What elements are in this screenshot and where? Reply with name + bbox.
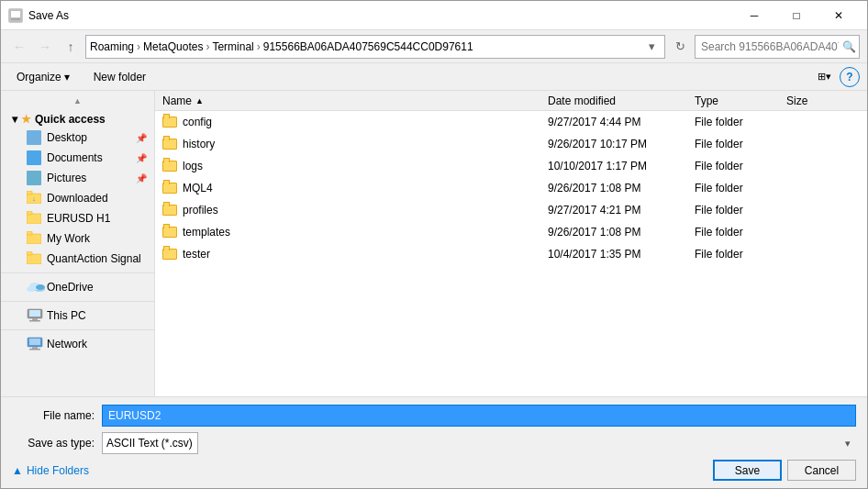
saveas-label: Save as type: bbox=[12, 437, 95, 450]
svg-rect-4 bbox=[27, 191, 32, 194]
desktop-icon bbox=[27, 130, 41, 145]
onedrive-icon bbox=[27, 280, 41, 295]
sidebar-divider-2 bbox=[1, 301, 154, 302]
filename-label: File name: bbox=[12, 409, 95, 422]
svg-rect-9 bbox=[27, 231, 32, 235]
address-toolbar: ← → ↑ Roaming › MetaQuotes › Terminal › … bbox=[1, 30, 867, 63]
svg-rect-7 bbox=[27, 211, 32, 215]
file-type-cell: File folder bbox=[695, 204, 786, 217]
svg-point-15 bbox=[36, 284, 45, 290]
breadcrumb-roaming: Roaming bbox=[90, 40, 134, 53]
svg-rect-22 bbox=[32, 347, 38, 349]
documents-icon bbox=[27, 150, 41, 165]
address-bar[interactable]: Roaming › MetaQuotes › Terminal › 915566… bbox=[85, 35, 665, 59]
address-dropdown-button[interactable]: ▾ bbox=[642, 36, 661, 58]
help-button[interactable]: ? bbox=[840, 67, 860, 87]
quantaction-folder-icon bbox=[27, 251, 41, 266]
toolbar-right: ⊞▾ ? bbox=[812, 67, 860, 87]
view-options-button[interactable]: ⊞▾ bbox=[812, 67, 836, 87]
sidebar-item-eurusd-label: EURUSD H1 bbox=[47, 212, 110, 225]
sidebar-item-mywork-label: My Work bbox=[47, 232, 90, 245]
minimize-button[interactable]: ─ bbox=[733, 1, 775, 30]
quick-access-chevron-icon: ▾ bbox=[12, 113, 17, 126]
view-icon: ⊞ bbox=[818, 71, 826, 83]
folder-icon bbox=[162, 117, 177, 128]
file-name-cell: history bbox=[162, 138, 548, 150]
quick-access-star-icon: ★ bbox=[21, 113, 31, 126]
column-size[interactable]: Size bbox=[786, 94, 860, 107]
sidebar-item-eurusd[interactable]: EURUSD H1 bbox=[1, 208, 154, 228]
sidebar-item-documents-label: Documents bbox=[47, 151, 103, 164]
close-button[interactable]: ✕ bbox=[818, 1, 860, 30]
main-content: ▲ ▾ ★ Quick access Desktop 📌 Documents 📌… bbox=[1, 91, 867, 396]
sidebar-item-thispc[interactable]: This PC bbox=[1, 306, 154, 326]
view-chevron-icon: ▾ bbox=[826, 71, 831, 83]
file-list-header: Name ▲ Date modified Type Size bbox=[155, 91, 867, 111]
hide-folders-chevron-icon: ▲ bbox=[12, 464, 23, 477]
sidebar-item-thispc-label: This PC bbox=[47, 309, 86, 322]
sidebar-item-quantaction[interactable]: QuantAction Signal bbox=[1, 249, 154, 269]
svg-rect-6 bbox=[27, 214, 41, 224]
search-bar[interactable]: 🔍 bbox=[695, 35, 860, 59]
file-name-cell: config bbox=[162, 116, 548, 128]
file-name-cell: profiles bbox=[162, 204, 548, 217]
saveas-select[interactable]: ASCII Text (*.csv) All Files (*.*) bbox=[102, 432, 198, 454]
sidebar-divider-3 bbox=[1, 329, 154, 330]
organize-chevron-icon: ▾ bbox=[64, 71, 70, 83]
filename-input[interactable] bbox=[102, 405, 856, 427]
pin-icon-3: 📌 bbox=[136, 173, 147, 183]
search-input[interactable] bbox=[701, 40, 839, 53]
organize-button[interactable]: Organize ▾ bbox=[8, 67, 78, 87]
up-button[interactable]: ↑ bbox=[60, 36, 82, 58]
file-name-cell: logs bbox=[162, 160, 548, 172]
column-date[interactable]: Date modified bbox=[548, 94, 695, 107]
sidebar-item-mywork[interactable]: My Work bbox=[1, 228, 154, 249]
sidebar-item-downloaded-label: Downloaded bbox=[47, 192, 108, 205]
svg-rect-18 bbox=[32, 318, 38, 320]
refresh-button[interactable]: ↻ bbox=[669, 36, 691, 58]
folder-icon bbox=[162, 205, 177, 216]
pictures-icon bbox=[27, 171, 41, 185]
new-folder-button[interactable]: New folder bbox=[85, 67, 154, 87]
table-row[interactable]: templates 9/26/2017 1:08 PM File folder bbox=[155, 221, 867, 243]
table-row[interactable]: MQL4 9/26/2017 1:08 PM File folder bbox=[155, 177, 867, 199]
save-button[interactable]: Save bbox=[713, 460, 782, 481]
sidebar-item-pictures[interactable]: Pictures 📌 bbox=[1, 168, 154, 188]
sidebar-item-desktop-label: Desktop bbox=[47, 131, 87, 144]
table-row[interactable]: profiles 9/27/2017 4:21 PM File folder bbox=[155, 199, 867, 221]
title-bar: Save As ─ □ ✕ bbox=[1, 1, 867, 30]
mywork-folder-icon bbox=[27, 231, 41, 246]
table-row[interactable]: history 9/26/2017 10:17 PM File folder bbox=[155, 133, 867, 155]
organize-label: Organize bbox=[17, 71, 61, 83]
file-name-cell: tester bbox=[162, 248, 548, 261]
file-date-cell: 9/26/2017 1:08 PM bbox=[548, 226, 695, 239]
forward-button[interactable]: → bbox=[34, 36, 56, 58]
column-name[interactable]: Name ▲ bbox=[162, 94, 548, 107]
sidebar-item-onedrive[interactable]: OneDrive bbox=[1, 277, 154, 297]
sidebar-item-network[interactable]: Network bbox=[1, 334, 154, 354]
sidebar: ▲ ▾ ★ Quick access Desktop 📌 Documents 📌… bbox=[1, 91, 155, 396]
table-row[interactable]: config 9/27/2017 4:44 PM File folder bbox=[155, 111, 867, 133]
footer-buttons: ▲ Hide Folders Save Cancel bbox=[12, 460, 856, 481]
search-icon: 🔍 bbox=[842, 40, 856, 53]
sidebar-item-quantaction-label: QuantAction Signal bbox=[47, 252, 141, 265]
back-button[interactable]: ← bbox=[8, 36, 30, 58]
column-type[interactable]: Type bbox=[695, 94, 786, 107]
breadcrumb-terminal: Terminal bbox=[212, 40, 253, 53]
table-row[interactable]: logs 10/10/2017 1:17 PM File folder bbox=[155, 155, 867, 177]
thispc-icon bbox=[27, 308, 41, 323]
pin-icon-2: 📌 bbox=[136, 153, 147, 163]
file-date-cell: 9/27/2017 4:21 PM bbox=[548, 204, 695, 217]
table-row[interactable]: tester 10/4/2017 1:35 PM File folder bbox=[155, 243, 867, 265]
sidebar-item-onedrive-label: OneDrive bbox=[47, 281, 94, 294]
sidebar-item-desktop[interactable]: Desktop 📌 bbox=[1, 128, 154, 148]
sidebar-quick-access-header[interactable]: ▾ ★ Quick access bbox=[1, 107, 154, 128]
sidebar-item-downloaded[interactable]: ↓ Downloaded bbox=[1, 188, 154, 208]
maximize-button[interactable]: □ bbox=[775, 1, 818, 30]
hide-folders-toggle[interactable]: ▲ Hide Folders bbox=[12, 460, 89, 481]
scroll-up-area[interactable]: ▲ bbox=[1, 94, 154, 107]
sidebar-item-documents[interactable]: Documents 📌 bbox=[1, 148, 154, 168]
pin-icon: 📌 bbox=[136, 133, 147, 143]
saveas-select-wrapper: ASCII Text (*.csv) All Files (*.*) bbox=[102, 432, 856, 454]
cancel-button[interactable]: Cancel bbox=[787, 460, 856, 481]
